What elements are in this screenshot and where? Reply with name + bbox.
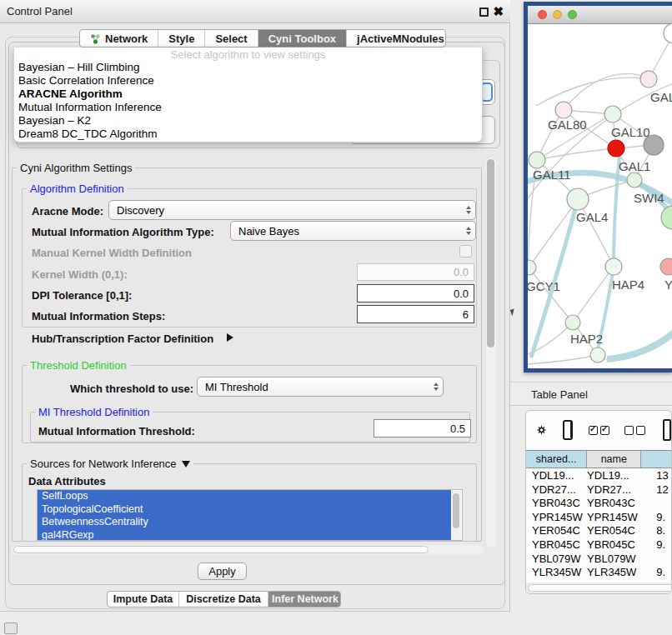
network-view-window[interactable]: GALGAL80GAL10GAL1GAL11SWI4GAL4GCY1HAP4YH…	[524, 2, 672, 372]
table-row[interactable]: YDR27...YDR27...12	[526, 483, 671, 498]
network-node-gal-upper[interactable]	[640, 71, 657, 88]
hide-columns-icon[interactable]	[624, 426, 645, 435]
network-window-titlebar[interactable]	[528, 6, 672, 24]
network-node-salmon-right[interactable]	[660, 258, 672, 275]
tab-select[interactable]: Select	[205, 30, 258, 47]
tab-infer-network[interactable]: Infer Network	[268, 592, 341, 607]
minimize-traffic-light[interactable]	[553, 10, 562, 19]
document-icon[interactable]	[663, 419, 671, 441]
algorithm-menu-item[interactable]: Dream8 DC_TDC Algorithm	[14, 128, 482, 141]
algorithm-definition-title: Algorithm Definition	[27, 182, 128, 195]
tab-style[interactable]: Style	[158, 30, 205, 47]
attribute-list-scrollbar[interactable]	[452, 491, 461, 540]
table-row[interactable]: YBR043CYBR043C	[526, 497, 671, 511]
table-cell: YLR345W	[587, 566, 641, 580]
algorithm-menu-item[interactable]: Bayesian – Hill Climbing	[14, 61, 482, 74]
network-node-hap2[interactable]	[565, 315, 580, 330]
table-row[interactable]: YER054CYER054C8.	[526, 524, 671, 538]
stepper-icon	[461, 222, 475, 240]
table-cell: YDL19...	[587, 469, 641, 483]
attribute-list-item[interactable]: BetweennessCentrality	[38, 516, 451, 529]
float-panel-icon[interactable]	[479, 8, 489, 17]
attribute-list-item[interactable]: TopologicalCoefficient	[38, 503, 451, 517]
stepper-icon	[461, 201, 475, 219]
close-traffic-light[interactable]	[538, 10, 547, 19]
dpi-tolerance-label: DPI Tolerance [0,1]:	[32, 289, 132, 302]
mi-steps-label: Mutual Information Steps:	[32, 310, 165, 322]
network-node-label: HAP2	[570, 332, 603, 346]
algorithm-menu-item[interactable]: Mutual Information Inference	[14, 101, 482, 114]
mi-type-value: Naive Bayes	[238, 225, 299, 238]
tab-impute-data[interactable]: Impute Data	[108, 592, 179, 607]
dpi-tolerance-input[interactable]: 0.0	[357, 284, 474, 302]
settings-vertical-scrollbar-thumb[interactable]	[487, 159, 494, 348]
network-node-label: GAL1	[619, 159, 650, 173]
attribute-list-item[interactable]: SelfLoops	[38, 490, 451, 503]
table-horizontal-scrollbar-thumb[interactable]	[528, 584, 672, 592]
show-columns-icon[interactable]	[589, 426, 609, 435]
table-cell: YBR045C	[587, 538, 641, 552]
table-row[interactable]: YDL19...YDL19...13	[526, 469, 671, 483]
network-node-gcy1[interactable]	[528, 260, 536, 275]
collapse-down-icon[interactable]	[182, 461, 190, 468]
minimized-panel-button[interactable]	[4, 622, 18, 634]
mi-steps-input[interactable]: 6	[357, 305, 474, 323]
attribute-list-scrollbar-thumb[interactable]	[453, 493, 459, 528]
aracne-mode-combobox[interactable]: Discovery	[108, 200, 476, 220]
column-header-shared-name[interactable]: shared...	[526, 451, 587, 468]
table-row[interactable]: YBL079WYBL079W	[526, 552, 671, 567]
network-node-label: GAL80	[548, 118, 587, 132]
close-icon[interactable]: ✖	[493, 3, 504, 20]
algorithm-menu-item[interactable]: ARACNE Algorithm	[14, 88, 482, 101]
tab-label: Discretize Data	[186, 593, 261, 605]
network-node-gal11[interactable]	[529, 152, 545, 168]
cyni-settings-group-title: Cyni Algorithm Settings	[17, 162, 135, 174]
column-header-name[interactable]: name	[587, 451, 641, 468]
tab-label: Select	[215, 32, 247, 45]
column-header-cut[interactable]	[641, 451, 671, 468]
network-canvas[interactable]: GALGAL80GAL10GAL1GAL11SWI4GAL4GCY1HAP4YH…	[528, 24, 672, 368]
which-threshold-combobox[interactable]: MI Threshold	[197, 377, 444, 397]
settings-horizontal-scrollbar-thumb[interactable]	[13, 546, 429, 553]
expand-right-icon[interactable]	[227, 333, 233, 342]
split-columns-icon[interactable]	[563, 420, 573, 440]
manual-kernel-checkbox[interactable]	[459, 245, 472, 258]
table-cell: YPR145W	[526, 511, 587, 525]
threshold-definition-title: Threshold Definition	[27, 359, 130, 372]
tab-cyni-toolbox[interactable]: Cyni Toolbox	[258, 30, 347, 47]
network-node-gal80[interactable]	[555, 102, 572, 118]
network-node-gray-node[interactable]	[644, 135, 664, 155]
table-row[interactable]: YLR345WYLR345W9.	[526, 566, 671, 580]
network-node-hap4[interactable]	[605, 258, 622, 275]
mi-threshold-group-title: MI Threshold Definition	[35, 406, 153, 418]
gear-icon[interactable]	[537, 421, 546, 439]
network-node-gal1[interactable]	[608, 140, 624, 157]
network-node-gal10[interactable]	[604, 106, 621, 122]
tab-network[interactable]: Network	[80, 30, 158, 47]
mi-type-combobox[interactable]: Naive Bayes	[230, 221, 476, 241]
network-edge	[529, 268, 573, 322]
algorithm-menu-item[interactable]: Bayesian – K2	[14, 114, 482, 128]
attribute-list-item[interactable]: gal4RGexp	[38, 529, 451, 542]
network-node-gal4[interactable]	[567, 188, 589, 210]
table-cell: YLR345W	[526, 566, 587, 580]
mi-threshold-input[interactable]: 0.5	[374, 419, 471, 438]
network-node-bottom-cut[interactable]	[590, 348, 605, 362]
mi-type-label: Mutual Information Algorithm Type:	[32, 226, 214, 238]
table-row[interactable]: YPR145WYPR145W9.	[526, 511, 671, 525]
tab-discretize-data[interactable]: Discretize Data	[179, 592, 268, 607]
table-row[interactable]: YBR045CYBR045C9.	[526, 538, 671, 552]
tab-jactivemnodules[interactable]: jActiveMNodules	[347, 30, 446, 47]
table-cell	[641, 552, 671, 567]
data-attributes-list[interactable]: SelfLoopsTopologicalCoefficientBetweenne…	[37, 489, 463, 541]
kernel-width-value: 0.0	[454, 266, 469, 278]
network-node-swi4[interactable]	[627, 172, 642, 188]
table-horizontal-scrollbar[interactable]	[526, 582, 671, 593]
zoom-traffic-light[interactable]	[568, 10, 577, 19]
tab-label: Style	[168, 32, 194, 45]
apply-button[interactable]: Apply	[198, 562, 247, 580]
network-node-green-right[interactable]	[661, 206, 672, 229]
kernel-width-input[interactable]: 0.0	[357, 263, 474, 281]
network-node-cut-top-right[interactable]	[664, 24, 672, 43]
algorithm-menu-item[interactable]: Basic Correlation Inference	[14, 74, 482, 88]
